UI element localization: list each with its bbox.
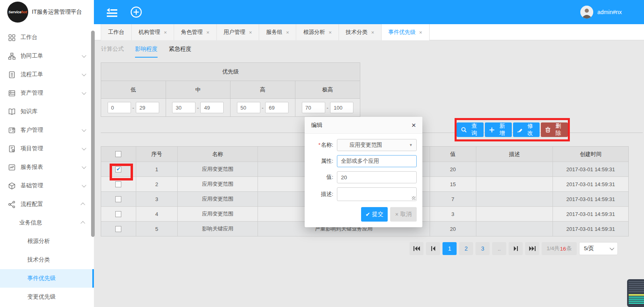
sidebar-item-collab-orders[interactable]: 协同工单 xyxy=(0,47,94,65)
user-avatar[interactable] xyxy=(580,6,593,19)
chevron-down-icon xyxy=(82,53,86,58)
last-page-button[interactable] xyxy=(525,242,539,255)
close-icon[interactable]: × xyxy=(419,29,422,35)
add-button[interactable]: 新增 xyxy=(485,122,512,137)
close-icon[interactable]: × xyxy=(164,29,167,35)
sidebar-item-workbench[interactable]: 工作台 xyxy=(0,28,94,47)
subtab-urgency-degree[interactable]: 紧急程度 xyxy=(169,46,191,58)
sidebar-item-label: 技术分类 xyxy=(27,256,50,263)
column-header-created: 创建时间 xyxy=(553,147,628,162)
sidebar-item-service-reports[interactable]: 服务报表 xyxy=(0,158,94,176)
prev-page-button[interactable] xyxy=(426,242,440,255)
tab-label: 机构管理 xyxy=(139,29,160,36)
share-nodes-icon xyxy=(8,201,16,208)
close-icon[interactable]: × xyxy=(371,29,374,35)
row-checkbox[interactable] xyxy=(115,196,121,202)
sidebar-item-change-priority[interactable]: 变更优先级 xyxy=(0,288,94,306)
range-critical-to-input[interactable] xyxy=(330,102,353,113)
desc-textarea[interactable] xyxy=(337,187,417,201)
priority-level-critical: 极高 xyxy=(295,81,360,99)
chevron-down-icon xyxy=(82,146,86,150)
attr-input[interactable] xyxy=(337,155,417,167)
tab-user-mgmt[interactable]: 用户管理× xyxy=(217,24,260,40)
page-button-2[interactable]: 2 xyxy=(459,242,473,255)
row-checkbox[interactable] xyxy=(115,211,121,217)
first-page-button[interactable] xyxy=(409,242,424,255)
range-high-to-input[interactable] xyxy=(265,102,289,113)
tab-workbench[interactable]: 工作台 xyxy=(101,24,132,40)
column-header-name: 名称 xyxy=(178,147,258,162)
modify-button[interactable]: 修改 xyxy=(513,122,540,137)
delete-button[interactable]: 删除 xyxy=(541,122,568,137)
row-checkbox[interactable] xyxy=(115,226,121,232)
sidebar-item-asset-mgmt[interactable]: 资产管理 xyxy=(0,84,94,102)
next-page-icon xyxy=(514,246,518,251)
priority-grid: 优先级 低 中 高 极高 - - - xyxy=(101,62,360,117)
sidebar-item-label: 工作台 xyxy=(21,34,37,41)
range-critical-from-input[interactable] xyxy=(302,102,325,113)
tab-service-group[interactable]: 服务组× xyxy=(259,24,296,40)
value-input[interactable] xyxy=(337,171,417,183)
sidebar-item-process-config[interactable]: 流程配置 xyxy=(0,195,94,214)
priority-level-high: 高 xyxy=(231,81,295,99)
edit-modal: 编辑 × *名称: 应用变更范围 ▼ 属性: 值: 描述: xyxy=(305,117,422,227)
tab-role-mgmt[interactable]: 角色管理× xyxy=(174,24,217,40)
sidebar-item-root-cause[interactable]: 根源分析 xyxy=(0,232,94,251)
range-low-to-input[interactable] xyxy=(136,102,159,113)
chevron-down-icon xyxy=(82,72,86,76)
submit-button[interactable]: ✔ 提交 xyxy=(361,207,388,222)
tab-root-cause[interactable]: 根源分析× xyxy=(296,24,339,40)
range-medium-from-input[interactable] xyxy=(172,102,195,113)
tab-org-mgmt[interactable]: 机构管理× xyxy=(132,24,175,40)
row-checkbox[interactable] xyxy=(115,181,121,187)
close-icon[interactable]: × xyxy=(411,121,416,129)
cell-seq: 2 xyxy=(136,177,178,191)
performance-monitor-widget xyxy=(627,279,644,307)
page-size-select[interactable]: 5/页 xyxy=(579,242,618,255)
sidebar-item-label: 业务信息 xyxy=(19,219,42,226)
subtab-calc-formula[interactable]: 计算公式 xyxy=(101,46,124,58)
sidebar-item-process-orders[interactable]: 流程工单 xyxy=(0,65,94,84)
sidebar-item-tech-category[interactable]: 技术分类 xyxy=(0,251,94,269)
sidebar-item-business-info[interactable]: 业务信息 xyxy=(0,214,94,232)
tab-event-priority[interactable]: 事件优先级× xyxy=(382,24,430,40)
username[interactable]: admin#nx xyxy=(597,9,622,15)
last-page-icon xyxy=(529,246,536,251)
subtab-impact-degree[interactable]: 影响程度 xyxy=(135,46,158,58)
close-icon[interactable]: × xyxy=(249,29,252,35)
sidebar-item-knowledge-base[interactable]: 知识库 xyxy=(0,102,94,121)
cell-created: 2017-03-01 14:59:31 xyxy=(553,192,628,206)
sidebar-item-label: 协同工单 xyxy=(21,52,43,60)
cancel-button[interactable]: × 取消 xyxy=(390,207,417,222)
range-low-from-input[interactable] xyxy=(108,102,131,113)
search-button[interactable]: 查询 xyxy=(457,122,484,137)
plus-circle-icon[interactable] xyxy=(130,6,142,18)
next-page-button[interactable] xyxy=(509,242,523,255)
cell-created: 2017-03-01 14:59:31 xyxy=(553,162,628,176)
cell-desc xyxy=(476,192,553,206)
range-high-from-input[interactable] xyxy=(237,102,260,113)
page-button-3[interactable]: 3 xyxy=(476,242,490,255)
name-select[interactable]: 应用变更范围 ▼ xyxy=(337,139,417,151)
tab-tech-category[interactable]: 技术分类× xyxy=(339,24,382,40)
select-all-checkbox[interactable] xyxy=(115,151,121,157)
page-ellipsis[interactable]: .. xyxy=(492,242,506,255)
sidebar-item-customer-mgmt[interactable]: 客户管理 xyxy=(0,121,94,139)
sidebar-item-basic-mgmt[interactable]: 基础管理 xyxy=(0,176,94,195)
topbar: admin#nx xyxy=(94,0,644,24)
sidebar-item-project-mgmt[interactable]: 项目管理 xyxy=(0,139,94,158)
collapse-menu-icon[interactable] xyxy=(106,7,118,17)
range-medium-to-input[interactable] xyxy=(200,102,224,113)
page-button-1[interactable]: 1 xyxy=(442,242,457,255)
project-doc-icon xyxy=(8,145,16,153)
book-icon xyxy=(8,108,16,116)
sidebar-scrollbar[interactable] xyxy=(91,31,95,237)
customer-card-icon xyxy=(8,127,16,134)
close-icon[interactable]: × xyxy=(286,29,289,35)
column-header-desc: 描述 xyxy=(476,147,553,162)
close-icon[interactable]: × xyxy=(206,29,210,35)
close-icon[interactable]: × xyxy=(328,29,332,35)
resize-handle-icon[interactable] xyxy=(412,196,415,200)
sidebar: 工作台 协同工单 流程工单 资产管理 知识库 客户管理 项目管理 服务报表 基础… xyxy=(0,24,94,307)
sidebar-item-event-priority[interactable]: 事件优先级 xyxy=(0,269,94,288)
